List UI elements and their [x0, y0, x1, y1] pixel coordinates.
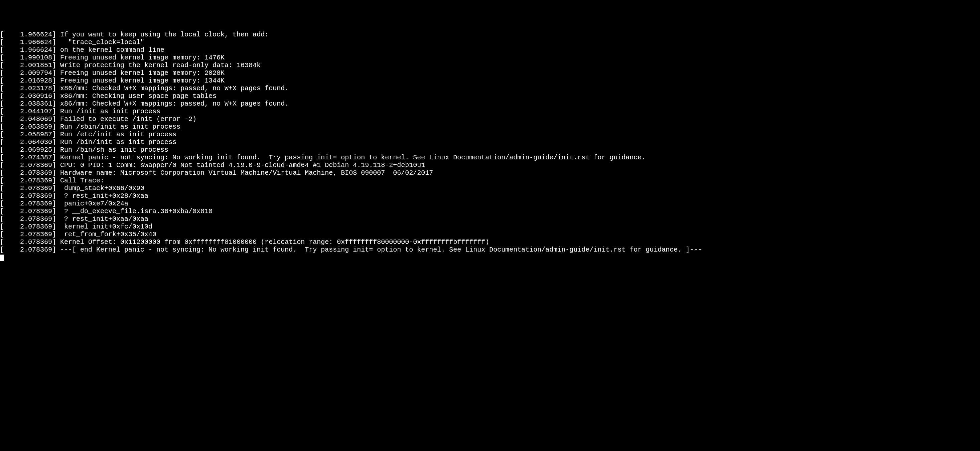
log-line: [ 2.064030] Run /bin/init as init proces…	[0, 138, 980, 146]
log-line: [ 1.966624] "trace_clock=local"	[0, 38, 980, 46]
log-line: [ 2.001851] Write protecting the kernel …	[0, 62, 980, 69]
log-line: [ 2.078369] Hardware name: Microsoft Cor…	[0, 169, 980, 177]
log-line: [ 2.078369] ret_from_fork+0x35/0x40	[0, 230, 980, 238]
log-line: [ 2.016928] Freeing unused kernel image …	[0, 77, 980, 84]
log-line: [ 1.966624] If you want to keep using th…	[0, 31, 980, 38]
log-line: [ 2.044107] Run /init as init process	[0, 108, 980, 115]
log-line: [ 2.009794] Freeing unused kernel image …	[0, 69, 980, 77]
kernel-console: [ 1.966624] If you want to keep using th…	[0, 31, 980, 254]
log-line: [ 2.078369] ? rest_init+0xaa/0xaa	[0, 215, 980, 223]
log-line: [ 2.048069] Failed to execute /init (err…	[0, 115, 980, 123]
log-line: [ 2.078369] Call Trace:	[0, 177, 980, 184]
text-cursor	[0, 254, 4, 261]
log-line: [ 2.038361] x86/mm: Checked W+X mappings…	[0, 100, 980, 108]
log-line: [ 1.966624] on the kernel command line	[0, 46, 980, 54]
log-line: [ 2.078369] Kernel Offset: 0x11200000 fr…	[0, 238, 980, 246]
log-line: [ 2.078369] dump_stack+0x66/0x90	[0, 184, 980, 192]
log-line: [ 2.030916] x86/mm: Checking user space …	[0, 92, 980, 100]
log-line: [ 2.078369] ? rest_init+0x28/0xaa	[0, 192, 980, 200]
log-line: [ 2.078369] ---[ end Kernel panic - not …	[0, 246, 980, 254]
log-line: [ 2.078369] CPU: 0 PID: 1 Comm: swapper/…	[0, 161, 980, 169]
log-line: [ 2.074387] Kernel panic - not syncing: …	[0, 154, 980, 161]
log-line: [ 1.990108] Freeing unused kernel image …	[0, 54, 980, 62]
log-line: [ 2.078369] ? __do_execve_file.isra.36+0…	[0, 208, 980, 215]
log-line: [ 2.058987] Run /etc/init as init proces…	[0, 131, 980, 138]
log-line: [ 2.078369] panic+0xe7/0x24a	[0, 200, 980, 208]
log-line: [ 2.053859] Run /sbin/init as init proce…	[0, 123, 980, 131]
log-line: [ 2.069925] Run /bin/sh as init process	[0, 146, 980, 154]
log-line: [ 2.023178] x86/mm: Checked W+X mappings…	[0, 84, 980, 92]
log-line: [ 2.078369] kernel_init+0xfc/0x10d	[0, 223, 980, 230]
